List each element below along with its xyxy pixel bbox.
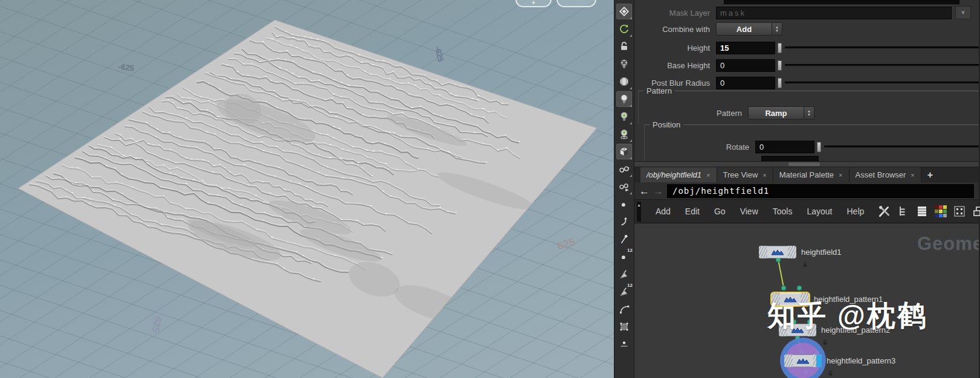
dropdown-pattern[interactable]: Ramp (748, 106, 804, 120)
prim-normals-icon[interactable] (616, 266, 632, 282)
normal-lighting-icon[interactable] (616, 91, 632, 107)
profile-curves-icon[interactable] (616, 301, 632, 317)
slider-handle[interactable] (778, 60, 782, 71)
point-normals-icon[interactable] (616, 214, 632, 229)
windows-icon[interactable] (971, 204, 980, 219)
point-numbers-icon[interactable]: 12 (616, 249, 632, 264)
new-tab-button[interactable]: + (921, 167, 939, 182)
param-label[interactable]: Base Height (634, 61, 716, 70)
menu-go[interactable]: Go (707, 207, 733, 216)
material-sphere-icon[interactable] (616, 74, 632, 89)
dropdown-combine with[interactable]: Add (716, 22, 772, 36)
tree-view-icon[interactable] (896, 204, 911, 219)
node-flag-right[interactable] (788, 246, 796, 258)
pane-tab--obj-heightfield1[interactable]: /obj/heightfield1× (640, 167, 717, 182)
node-label[interactable]: heightfield1 (801, 248, 842, 257)
node-label[interactable]: heightfield_pattern3 (827, 356, 895, 365)
menu-help[interactable]: Help (840, 207, 872, 216)
group-label[interactable]: Position (650, 120, 683, 129)
disable-lighting-icon[interactable] (616, 56, 632, 72)
mask-layer-menu-button[interactable]: ▼ (955, 6, 971, 19)
pane-tab-tree-view[interactable]: Tree View× (717, 167, 773, 182)
houdini-window: -625-625625625 + 1212 PatternPositionMas… (0, 0, 980, 378)
forward-icon[interactable]: → (653, 186, 663, 196)
path-input[interactable]: /obj/heightfield1 (667, 184, 974, 198)
dropdown-spinner[interactable]: ▲▼ (772, 22, 782, 36)
menu-view[interactable]: View (733, 207, 766, 216)
slider-handle[interactable] (778, 78, 782, 88)
mask-layer-input[interactable]: mask (716, 7, 952, 19)
point-trails-icon[interactable] (616, 231, 632, 247)
back-icon[interactable]: ← (639, 186, 650, 196)
slider-track[interactable] (785, 82, 979, 84)
param-label[interactable]: Height (634, 43, 716, 53)
menu-layout[interactable]: Layout (799, 207, 839, 216)
slider-handle[interactable] (817, 142, 821, 152)
component-select-icon[interactable] (616, 319, 632, 335)
right-pane: PatternPositionMask Layermask▼Combine wi… (634, 0, 979, 378)
node-flag-left[interactable] (759, 246, 767, 258)
node-flag-left[interactable] (784, 354, 793, 367)
tab-close-icon[interactable]: × (911, 171, 914, 179)
param-label[interactable]: Rotate (634, 143, 755, 152)
parameter-scrollbar[interactable] (634, 162, 979, 167)
tab-close-icon[interactable]: × (706, 171, 710, 179)
pane-tab-material-palette[interactable]: Material Palette× (773, 167, 849, 182)
cutoff-param-field[interactable] (724, 0, 959, 4)
param-label[interactable]: Post Blur Radius (634, 78, 716, 88)
view-pill-button-1[interactable]: + (515, 0, 552, 7)
scene-visualizers-icon[interactable] (616, 179, 632, 194)
lock-icon (822, 337, 828, 348)
visualizers-icon[interactable] (616, 161, 632, 177)
menu-edit[interactable]: Edit (678, 207, 707, 216)
shading-mode-icon[interactable] (616, 4, 632, 19)
slider-handle[interactable] (778, 43, 782, 53)
list-view-icon[interactable] (915, 204, 929, 219)
param-label[interactable]: Mask Layer (634, 8, 716, 18)
pane-tab-asset-browser[interactable]: Asset Browser× (849, 167, 921, 182)
auto-update-icon[interactable] (616, 21, 632, 37)
value-input-height[interactable]: 15 (716, 42, 775, 54)
slider-track[interactable] (785, 46, 979, 49)
layout-grid-icon[interactable] (952, 204, 967, 219)
menu-tools[interactable]: Tools (766, 207, 800, 216)
prim-numbers-icon[interactable]: 12 (616, 284, 632, 300)
palette-icon[interactable] (933, 204, 948, 219)
submenu-arrow-icon (630, 175, 632, 177)
display-textures-icon[interactable] (616, 144, 632, 159)
watermark: 知乎 @枕鹤 (767, 297, 927, 335)
display-options-toolbar: 1212 (614, 0, 634, 378)
node-heightfield_pattern3[interactable] (784, 354, 822, 367)
display-flag[interactable] (816, 354, 822, 367)
shadows-lighting-icon[interactable] (616, 126, 632, 142)
param-label[interactable]: Pattern (634, 109, 748, 118)
scroll-up-icon[interactable]: ▲ (637, 202, 641, 222)
cutoff-param-field-bottom[interactable] (761, 156, 819, 162)
points-display-icon[interactable] (616, 196, 632, 212)
submenu-arrow-icon (630, 122, 632, 124)
tools-icon[interactable] (877, 204, 892, 219)
slider-track[interactable] (824, 146, 979, 148)
snapping-lock-icon[interactable] (616, 39, 632, 54)
tab-close-icon[interactable]: × (839, 171, 842, 179)
node-heightfield1[interactable] (759, 246, 796, 258)
dropdown-spinner[interactable]: ▲▼ (804, 106, 814, 120)
value-input-rotate[interactable]: 0 (755, 141, 814, 153)
scrollbar-handle[interactable] (788, 162, 820, 166)
network-editor[interactable]: Geome heightfield1 heightfield_pattern1 … (634, 223, 979, 378)
origin-axes-icon[interactable] (616, 336, 632, 352)
value-input-base-height[interactable]: 0 (716, 59, 775, 72)
menu-add[interactable]: Add (648, 207, 678, 216)
view-pill-button-2[interactable] (556, 0, 596, 7)
parameter-pane: PatternPositionMask Layermask▼Combine wi… (634, 0, 979, 162)
scene-viewport[interactable]: -625-625625625 + (0, 0, 614, 378)
value-input-post-blur-radius[interactable]: 0 (716, 77, 775, 89)
slider-track[interactable] (785, 64, 979, 66)
tab-close-icon[interactable]: × (762, 171, 766, 179)
network-path-bar: ← → /obj/heightfield1 (634, 182, 979, 200)
param-row-post-blur-radius: Post Blur Radius0 (634, 76, 979, 89)
plus-icon: + (532, 0, 535, 5)
high-quality-lighting-icon[interactable] (616, 109, 632, 124)
submenu-arrow-icon (630, 157, 632, 159)
param-label[interactable]: Combine with (634, 25, 716, 34)
